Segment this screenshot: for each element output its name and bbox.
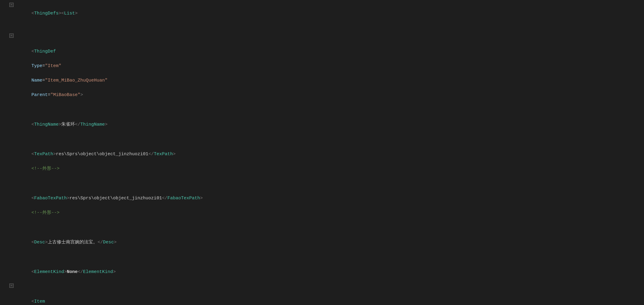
tag-elementkind-close: ElementKind bbox=[83, 269, 113, 274]
angle-bracket: < bbox=[31, 122, 34, 127]
tag-elementkind: ElementKind bbox=[34, 269, 64, 274]
tag-name: List bbox=[64, 11, 75, 16]
val-item: "Item" bbox=[45, 63, 61, 69]
angle-bracket: < bbox=[31, 240, 34, 245]
space bbox=[31, 159, 34, 164]
code-line-5: <TexPath>res\Sprs\object\object_jinzhuoz… bbox=[14, 136, 644, 180]
code-line-8: <ElementKind>None</ElementKind> bbox=[14, 254, 644, 283]
angle-bracket: < bbox=[31, 196, 34, 201]
space bbox=[31, 56, 34, 61]
code-line-4: <ThingName>朱雀环</ThingName> bbox=[14, 107, 644, 136]
val-name: "Item_MiBao_ZhuQueHuan" bbox=[45, 78, 108, 83]
angle-bracket: > bbox=[64, 269, 67, 274]
tag-fabaotexpath: FabaoTexPath bbox=[34, 196, 67, 201]
code-line-1: <ThingDefs><List> bbox=[14, 3, 644, 24]
editor: − <ThingDefs><List> − <ThingDef Type="It… bbox=[0, 0, 644, 305]
space bbox=[31, 203, 34, 208]
fold-arrow-1[interactable]: − bbox=[9, 3, 14, 7]
text-none: None bbox=[67, 269, 78, 274]
text-content: 上古修士南宫婉的法宝。 bbox=[48, 240, 98, 245]
tag-thingname: ThingName bbox=[34, 122, 59, 127]
angle-bracket: > bbox=[113, 269, 116, 274]
tag-texpath: TexPath bbox=[34, 152, 53, 157]
val-parent: "MiBaoBase" bbox=[50, 92, 80, 98]
angle-bracket: > bbox=[59, 122, 61, 127]
line-4: <ThingName>朱雀环</ThingName> bbox=[0, 106, 644, 136]
fold-icon-3[interactable]: − bbox=[9, 34, 14, 38]
line-5: <TexPath>res\Sprs\object\object_jinzhuoz… bbox=[0, 136, 644, 180]
angle-bracket: > bbox=[173, 152, 175, 157]
line-9: − <Item Kind="Equipment"> bbox=[0, 283, 644, 305]
tag-desc-close: Desc bbox=[103, 240, 114, 245]
line-8: <ElementKind>None</ElementKind> bbox=[0, 254, 644, 283]
angle-bracket: < bbox=[31, 299, 34, 304]
line-1: − <ThingDefs><List> bbox=[0, 2, 644, 25]
fold-arrow-3[interactable]: − bbox=[9, 34, 14, 38]
code-line-2 bbox=[14, 25, 644, 32]
text-content: 朱雀环 bbox=[61, 122, 75, 127]
fold-arrow-9[interactable]: − bbox=[9, 284, 14, 288]
tag-thingname-close: ThingName bbox=[80, 122, 105, 127]
angle-bracket: > bbox=[105, 122, 108, 127]
tag-name: ThingDefs bbox=[34, 11, 59, 16]
angle-bracket: > bbox=[114, 240, 117, 245]
angle-bracket: < bbox=[31, 11, 34, 16]
space bbox=[31, 71, 34, 76]
line-7: <Desc>上古修士南宫婉的法宝。</Desc> bbox=[0, 224, 644, 254]
fold-icon-1[interactable]: − bbox=[9, 3, 14, 7]
angle-bracket: < bbox=[31, 152, 34, 157]
comment-shape: <!--外形--> bbox=[31, 166, 60, 171]
angle-bracket: > bbox=[200, 196, 203, 201]
code-line-7: <Desc>上古修士南宫婉的法宝。</Desc> bbox=[14, 224, 644, 253]
angle-bracket: > bbox=[75, 11, 78, 16]
tag-fabaotexpath-close: FabaoTexPath bbox=[167, 196, 200, 201]
text-content: res\Sprs\object\object_jinzhuozi01 bbox=[56, 152, 148, 157]
angle-bracket: >< bbox=[59, 11, 64, 16]
angle-bracket: </ bbox=[78, 269, 83, 274]
code-line-9: <Item Kind="Equipment"> bbox=[14, 284, 644, 305]
text-content: res\Sprs\object\object_jinzhuozi01 bbox=[69, 196, 162, 201]
eq: = bbox=[42, 78, 45, 83]
line-2 bbox=[0, 25, 644, 33]
angle-bracket: > bbox=[80, 92, 83, 98]
space bbox=[31, 85, 34, 90]
line-6: <FabaoTexPath>res\Sprs\object\object_jin… bbox=[0, 180, 644, 224]
angle-bracket: </ bbox=[98, 240, 103, 245]
tag-item: Item bbox=[34, 299, 45, 304]
angle-bracket: > bbox=[45, 240, 48, 245]
tag-desc: Desc bbox=[34, 240, 45, 245]
fold-icon-9[interactable]: − bbox=[9, 284, 14, 288]
angle-bracket: </ bbox=[162, 196, 167, 201]
attr-type: Type bbox=[31, 63, 42, 69]
attr-name: Name bbox=[31, 78, 42, 83]
angle-bracket: < bbox=[31, 269, 34, 274]
attr-parent: Parent bbox=[31, 92, 48, 98]
angle-bracket: </ bbox=[75, 122, 80, 127]
tag-texpath-close: TexPath bbox=[154, 152, 173, 157]
eq: = bbox=[48, 92, 50, 98]
code-line-3: <ThingDef Type="Item" Name="Item_MiBao_Z… bbox=[14, 34, 644, 106]
code-line-6: <FabaoTexPath>res\Sprs\object\object_jin… bbox=[14, 180, 644, 224]
angle-bracket: > bbox=[67, 196, 69, 201]
tag-thingdef: ThingDef bbox=[34, 49, 56, 54]
angle-bracket: </ bbox=[148, 152, 154, 157]
angle-bracket: > bbox=[53, 152, 56, 157]
angle-bracket: < bbox=[31, 49, 34, 54]
eq: = bbox=[42, 63, 45, 69]
line-3: − <ThingDef Type="Item" Name="Item_MiBao… bbox=[0, 33, 644, 106]
comment-shape2: <!--外形--> bbox=[31, 210, 60, 215]
